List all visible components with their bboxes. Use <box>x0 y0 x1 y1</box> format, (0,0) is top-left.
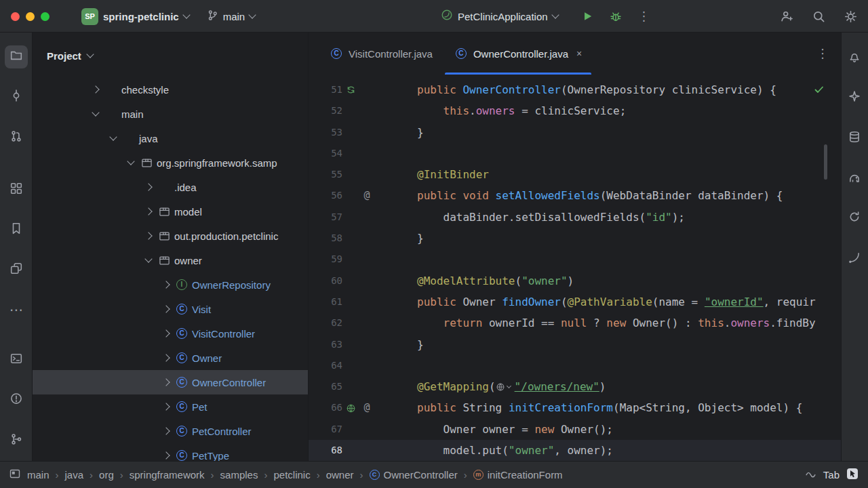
inspections-passed-icon[interactable] <box>814 84 825 98</box>
tree-item-model[interactable]: model <box>33 199 308 224</box>
gutter-icon-slot[interactable] <box>342 143 359 164</box>
line-number[interactable]: 63 <box>309 334 342 355</box>
tree-chevron-icon[interactable] <box>161 426 172 436</box>
tree-item-main[interactable]: main <box>33 102 308 126</box>
gutter-icon-slot[interactable] <box>342 164 359 185</box>
breadcrumb-owner[interactable]: owner <box>326 469 354 481</box>
gutter-icon-slot[interactable] <box>342 100 359 121</box>
line-number[interactable]: 62 <box>309 312 342 333</box>
tree-item-out-production-petclinic[interactable]: out.production.petclinic <box>33 224 308 248</box>
gutter-icon-slot[interactable] <box>342 79 359 100</box>
breadcrumb-java[interactable]: java <box>65 469 84 481</box>
gutter-icon-slot[interactable] <box>342 270 359 291</box>
tree-chevron-icon[interactable] <box>161 279 172 290</box>
gutter-icon-slot[interactable] <box>359 419 375 440</box>
run-button[interactable] <box>581 10 593 22</box>
tool-project-folder[interactable] <box>5 45 28 68</box>
code-line-60[interactable]: 60@ModelAttribute("owner") <box>309 270 841 291</box>
breadcrumb-ownercontroller[interactable]: COwnerController <box>370 469 458 481</box>
code-line-66[interactable]: 66@public String initCreationForm(Map<St… <box>309 397 841 418</box>
gutter-icon-slot[interactable] <box>342 185 359 206</box>
line-number[interactable]: 66 <box>309 397 342 418</box>
gutter-icon-slot[interactable] <box>342 376 359 397</box>
settings-button[interactable] <box>844 10 857 23</box>
gutter-icon-slot[interactable] <box>342 419 359 440</box>
gutter-icon-slot[interactable] <box>359 79 375 100</box>
status-wave-icon[interactable] <box>805 468 816 482</box>
tool-notifications[interactable] <box>844 47 865 69</box>
code-line-59[interactable]: 59 <box>309 249 841 270</box>
gutter-icon-slot[interactable]: @ <box>359 185 375 206</box>
line-number[interactable]: 61 <box>309 291 342 312</box>
tree-item-owner[interactable]: COwner <box>33 346 308 370</box>
url-inlay-globe-icon[interactable] <box>496 382 511 392</box>
code-line-61[interactable]: 61public Owner findOwner(@PathVariable(n… <box>309 291 841 312</box>
gutter-icon-slot[interactable] <box>359 440 375 461</box>
gutter-icon-slot[interactable] <box>342 207 359 228</box>
tree-chevron-icon[interactable] <box>143 182 154 192</box>
gutter-icon-slot[interactable] <box>359 312 375 333</box>
line-number[interactable]: 60 <box>309 270 342 291</box>
tree-chevron-icon[interactable] <box>90 84 101 95</box>
gutter-icon-slot[interactable] <box>342 355 359 376</box>
line-number[interactable]: 54 <box>309 143 342 164</box>
tree-chevron-icon[interactable] <box>125 157 136 168</box>
code-line-63[interactable]: 63} <box>309 334 841 355</box>
gutter-icon-slot[interactable] <box>359 207 375 228</box>
gutter-icon-slot[interactable] <box>342 334 359 355</box>
zoom-window-button[interactable] <box>41 12 50 21</box>
search-everywhere-button[interactable] <box>812 10 825 23</box>
tree-item-java[interactable]: java <box>33 126 308 150</box>
tool-database[interactable] <box>844 127 865 149</box>
code-line-68[interactable]: 68 model.put("owner", owner); <box>309 440 841 461</box>
code-line-57[interactable]: 57 dataBinder.setDisallowedFields("id"); <box>309 207 841 228</box>
breadcrumb-org[interactable]: org <box>99 469 114 481</box>
editor-scrollbar[interactable] <box>824 144 827 180</box>
code-line-53[interactable]: 53} <box>309 122 841 143</box>
code-line-58[interactable]: 58} <box>309 228 841 249</box>
gutter-icon-slot[interactable] <box>359 164 375 185</box>
tree-chevron-icon[interactable] <box>161 328 172 339</box>
tree-item-visit[interactable]: CVisit <box>33 297 308 321</box>
code-line-65[interactable]: 65@GetMapping("/owners/new") <box>309 376 841 397</box>
tool-services[interactable] <box>5 258 28 281</box>
tree-chevron-icon[interactable] <box>161 304 172 314</box>
tree-chevron-icon[interactable] <box>90 108 101 119</box>
gutter-icon-slot[interactable] <box>342 122 359 143</box>
tab-options-button[interactable]: ⋮ <box>816 33 841 75</box>
gutter-icon-slot[interactable] <box>359 228 375 249</box>
gutter-icon-slot[interactable] <box>359 334 375 355</box>
code-line-54[interactable]: 54 <box>309 143 841 164</box>
line-number[interactable]: 57 <box>309 207 342 228</box>
tab-visitcontroller-java[interactable]: CVisitController.java <box>319 33 443 75</box>
code-editor[interactable]: 51public OwnerController(OwnerRepository… <box>309 75 841 461</box>
code-line-64[interactable]: 64 <box>309 355 841 376</box>
breadcrumb-samples[interactable]: samples <box>220 469 258 481</box>
code-line-52[interactable]: 52 this.owners = clinicService; <box>309 100 841 121</box>
line-number[interactable]: 65 <box>309 376 342 397</box>
tool-ai-assistant[interactable] <box>844 87 865 108</box>
line-number[interactable]: 64 <box>309 355 342 376</box>
tree-item-checkstyle[interactable]: checkstyle <box>33 77 308 102</box>
project-panel-header[interactable]: Project <box>33 33 308 77</box>
line-number[interactable]: 51 <box>309 79 342 100</box>
tool-pull-requests[interactable] <box>5 126 28 149</box>
code-line-62[interactable]: 62 return ownerId == null ? new Owner() … <box>309 312 841 333</box>
minimize-window-button[interactable] <box>26 12 35 21</box>
tree-chevron-icon[interactable] <box>143 230 154 241</box>
gutter-icon-slot[interactable] <box>359 122 375 143</box>
tool-gradle[interactable] <box>844 168 865 190</box>
line-number[interactable]: 58 <box>309 228 342 249</box>
code-line-55[interactable]: 55@InitBinder <box>309 164 841 185</box>
gutter-icon-slot[interactable] <box>342 228 359 249</box>
line-number[interactable]: 53 <box>309 122 342 143</box>
debug-button[interactable] <box>610 10 622 22</box>
gutter-icon-slot[interactable] <box>342 312 359 333</box>
breadcrumb-springframework[interactable]: springframework <box>130 469 205 481</box>
tree-item-visitcontroller[interactable]: CVisitController <box>33 321 308 346</box>
line-number[interactable]: 59 <box>309 249 342 270</box>
tree-chevron-icon[interactable] <box>108 133 119 144</box>
tree-item-ownercontroller[interactable]: COwnerController <box>33 370 308 394</box>
tab-close-button[interactable]: × <box>576 48 582 59</box>
code-line-67[interactable]: 67 Owner owner = new Owner(); <box>309 419 841 440</box>
